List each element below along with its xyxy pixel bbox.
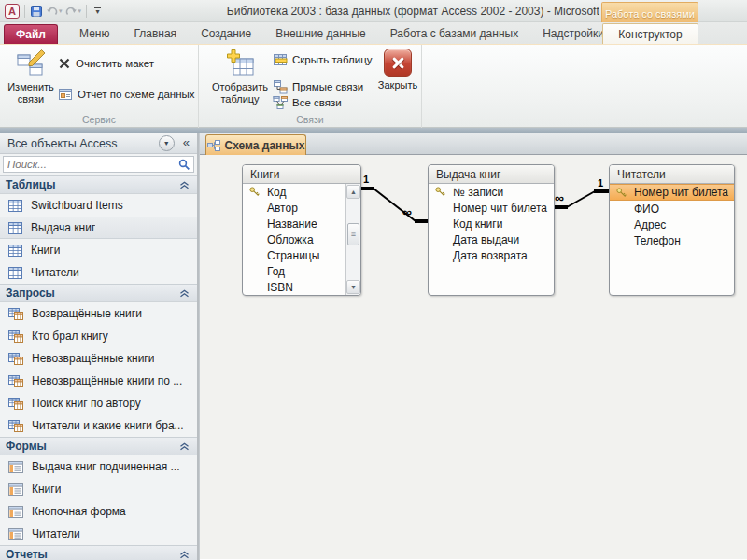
field-row[interactable]: ISBN	[243, 279, 360, 295]
section-header-queries[interactable]: Запросы	[0, 284, 197, 302]
all-relationships-icon	[273, 95, 288, 110]
scroll-up-icon[interactable]: ▲	[346, 185, 360, 199]
table-title[interactable]: Читатели	[610, 165, 734, 184]
relationship-report-button[interactable]: Отчет по схеме данных	[58, 87, 195, 102]
edit-relationships-icon	[16, 49, 46, 78]
undo-button[interactable]: ▾	[46, 6, 63, 17]
hide-table-button[interactable]: Скрыть таблицу	[273, 52, 373, 67]
nav-item-form[interactable]: Книги	[0, 478, 197, 500]
shutter-collapse-icon[interactable]: «	[181, 135, 193, 151]
nav-item-form[interactable]: Выдача книг подчиненная ...	[0, 455, 197, 478]
redo-button[interactable]: ▾	[65, 6, 82, 17]
nav-item-form[interactable]: Читатели	[0, 523, 197, 545]
tab-relationships-document[interactable]: Схема данных	[205, 134, 306, 155]
search-input[interactable]	[4, 157, 175, 172]
table-box-knigi[interactable]: Книги Код Автор Название Обложка Страниц…	[242, 164, 361, 296]
access-logo-icon[interactable]: A	[5, 4, 20, 19]
table-scrollbar[interactable]: ▲ ≡ ▼	[345, 184, 360, 295]
relationships-canvas[interactable]: Книги Код Автор Название Обложка Страниц…	[200, 155, 747, 559]
collapse-section-icon[interactable]	[179, 442, 190, 451]
save-button[interactable]	[30, 5, 43, 18]
button-label: Скрыть таблицу	[292, 54, 373, 65]
scrollbar-thumb[interactable]: ≡	[347, 223, 359, 245]
field-row[interactable]: Номер чит билета	[429, 200, 554, 216]
customize-quick-access-icon[interactable]: ▾	[92, 7, 104, 15]
field-row[interactable]: Страницы	[243, 247, 360, 263]
field-row[interactable]: Код книги	[429, 216, 554, 231]
field-row[interactable]: Дата возврата	[429, 247, 554, 263]
tab-design-active[interactable]: Конструктор	[602, 23, 698, 44]
nav-item-label: Читатели и какие книги бра...	[32, 419, 184, 432]
nav-item-query[interactable]: Поиск книг по автору	[0, 392, 197, 414]
collapse-section-icon[interactable]	[179, 289, 190, 298]
relationship-cardinality-label: 1	[598, 177, 603, 189]
nav-item-knigi[interactable]: Книги	[0, 239, 197, 261]
field-row[interactable]: № записи	[429, 184, 554, 200]
nav-item-query[interactable]: Читатели и какие книги бра...	[0, 414, 197, 437]
scroll-down-icon[interactable]: ▼	[346, 280, 360, 294]
nav-item-label: Кто брал книгу	[32, 329, 108, 343]
field-row[interactable]: Телефон	[610, 232, 734, 248]
nav-item-vydacha-knig[interactable]: Выдача книг	[0, 217, 197, 239]
tab-file[interactable]: Файл	[4, 24, 58, 44]
contextual-tab-group-label: Работа со связями	[601, 2, 698, 22]
field-row[interactable]: ФИО	[610, 201, 734, 217]
section-header-forms[interactable]: Формы	[0, 437, 197, 455]
nav-item-switchboard-items[interactable]: Switchboard Items	[0, 194, 197, 217]
table-box-chitateli[interactable]: Читатели Номер чит билета ФИО Адрес Теле…	[609, 164, 735, 296]
tab-menu[interactable]: Меню	[67, 22, 121, 44]
document-tab-bar: Схема данных	[200, 133, 747, 155]
group-label-tools: Сервис	[0, 114, 198, 125]
table-box-vydacha-knig[interactable]: Выдача книг № записи Номер чит билета Ко…	[428, 164, 555, 296]
clear-layout-icon	[58, 57, 71, 70]
field-name: № записи	[453, 186, 503, 199]
nav-item-query[interactable]: Невозвращённые книги по ...	[0, 370, 197, 392]
nav-item-chitateli[interactable]: Читатели	[0, 261, 197, 284]
edit-relationships-button[interactable]: Изменить связи	[4, 49, 58, 105]
nav-item-form[interactable]: Кнопочная форма	[0, 500, 197, 523]
redo-icon	[65, 6, 78, 17]
field-row-selected[interactable]: Номер чит билета	[610, 184, 734, 201]
ribbon: Изменить связи Очистить макет Отчет по с…	[0, 44, 747, 128]
ribbon-group-relationships: Отобразить таблицу Скрыть таблицу	[199, 45, 422, 128]
nav-item-query[interactable]: Невозвращённые книги	[0, 347, 197, 370]
nav-item-label: Книги	[31, 244, 60, 257]
field-row[interactable]: Название	[243, 216, 360, 231]
field-row[interactable]: Дата выдачи	[429, 231, 554, 247]
section-header-reports[interactable]: Отчеты	[0, 545, 197, 560]
tab-home[interactable]: Главная	[121, 22, 189, 44]
direct-relationships-button[interactable]: Прямые связи	[273, 79, 363, 94]
hide-table-icon	[273, 52, 288, 67]
navigation-list: Таблицы Switchboard Items	[0, 175, 197, 560]
table-title[interactable]: Книги	[243, 165, 360, 184]
nav-item-query[interactable]: Возвращённые книги	[0, 302, 197, 325]
field-row[interactable]: Обложка	[243, 231, 360, 247]
table-title[interactable]: Выдача книг	[429, 165, 554, 184]
field-row[interactable]: Год	[243, 263, 360, 279]
tab-database-tools[interactable]: Работа с базами данных	[378, 22, 530, 44]
section-title: Запросы	[6, 287, 179, 300]
nav-menu-dropdown-button[interactable]: ▼	[159, 135, 175, 151]
relationship-line-knigi-vydacha[interactable]: 1 ∞	[361, 174, 428, 221]
show-table-button[interactable]: Отобразить таблицу	[210, 49, 270, 105]
collapse-section-icon[interactable]	[179, 181, 190, 189]
all-relationships-button[interactable]: Все связи	[273, 95, 342, 110]
field-row[interactable]: Адрес	[610, 217, 734, 232]
section-header-tables[interactable]: Таблицы	[0, 175, 197, 194]
nav-item-query[interactable]: Кто брал книгу	[0, 325, 197, 347]
undo-dropdown-icon[interactable]: ▾	[59, 7, 63, 15]
relationship-line-vydacha-chitateli[interactable]: ∞ 1	[555, 177, 609, 207]
field-row[interactable]: Автор	[243, 200, 360, 216]
undo-icon	[46, 6, 58, 17]
button-label: Изменить связи	[4, 81, 58, 105]
tab-create[interactable]: Создание	[189, 22, 263, 44]
clear-layout-button[interactable]: Очистить макет	[58, 57, 154, 70]
field-row[interactable]: Код	[243, 184, 360, 200]
nav-item-label: Невозвращённые книги	[32, 352, 154, 365]
redo-dropdown-icon[interactable]: ▾	[78, 7, 82, 15]
close-icon	[384, 49, 412, 77]
collapse-section-icon[interactable]	[179, 551, 190, 559]
tab-external-data[interactable]: Внешние данные	[263, 22, 378, 44]
search-icon[interactable]	[175, 157, 193, 172]
close-button[interactable]: Закрыть	[376, 49, 419, 91]
